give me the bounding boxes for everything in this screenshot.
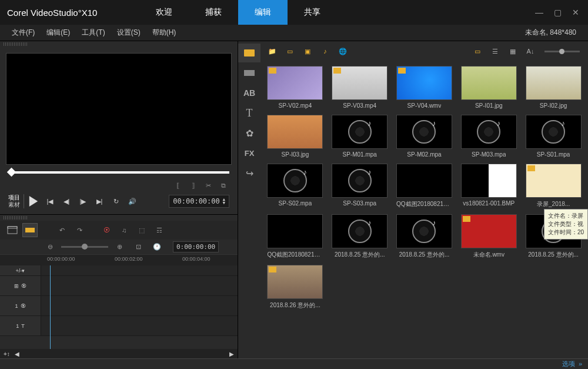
title-track[interactable] xyxy=(41,316,238,335)
drag-handle-icon[interactable] xyxy=(4,216,27,220)
redo-button[interactable]: ↷ xyxy=(72,223,87,237)
library-item[interactable]: 2018.8.26 意外的... xyxy=(265,265,325,310)
cut-icon[interactable]: ✂ xyxy=(202,180,214,191)
view-grid-icon[interactable]: ▦ xyxy=(506,45,520,58)
thumbnail[interactable] xyxy=(267,214,323,248)
chapter-button[interactable]: ⬚ xyxy=(134,223,149,237)
library-item[interactable]: QQ截图20180821114... xyxy=(395,164,455,208)
track-header-overlay[interactable]: 1⦿ xyxy=(0,296,41,315)
close-button[interactable]: ✕ xyxy=(572,8,579,17)
thumbnail[interactable] xyxy=(461,164,517,198)
timeline-view-button[interactable] xyxy=(22,223,38,237)
menu-help[interactable]: 帮助(H) xyxy=(146,28,182,38)
library-item[interactable]: SP-I03.jpg xyxy=(265,115,325,158)
library-item[interactable]: SP-V04.wmv xyxy=(395,66,455,109)
scrub-handle-icon[interactable] xyxy=(7,168,16,177)
library-item[interactable]: vs180821-001.BMP xyxy=(459,164,519,208)
filter-photo-icon[interactable]: ▣ xyxy=(300,45,315,58)
tab-welcome[interactable]: 欢迎 xyxy=(139,0,189,25)
repeat-button[interactable]: ↻ xyxy=(109,195,123,208)
library-item[interactable]: SP-S03.mpa xyxy=(330,164,390,208)
library-item[interactable]: 录屏_2018... xyxy=(523,164,583,208)
category-instant[interactable] xyxy=(238,64,260,82)
library-item[interactable]: SP-M01.mpa xyxy=(330,115,390,158)
thumbnail[interactable] xyxy=(267,265,323,299)
zoom-slider[interactable] xyxy=(61,246,108,248)
thumbnail[interactable] xyxy=(332,115,387,149)
timeline-scrollbar[interactable]: +↕ ◀ ▶ xyxy=(0,349,238,358)
view-large-icon[interactable]: ▭ xyxy=(470,45,485,58)
home-button[interactable]: |◀ xyxy=(43,195,57,208)
timecode-down-icon[interactable]: ▼ xyxy=(223,201,225,205)
library-item[interactable]: SP-V03.mp4 xyxy=(330,66,390,109)
preview-screen[interactable] xyxy=(6,53,232,165)
minimize-button[interactable]: — xyxy=(535,8,543,17)
volume-button[interactable]: 🔊 xyxy=(125,195,139,208)
library-item[interactable]: SP-I02.jpg xyxy=(523,66,583,109)
undo-button[interactable]: ↶ xyxy=(54,223,69,237)
scroll-right-icon[interactable]: ▶ xyxy=(229,351,234,357)
folder-icon[interactable]: 📁 xyxy=(265,45,279,58)
library-item[interactable]: 2018.8.25 意外的... xyxy=(330,214,390,259)
thumbnail-size-slider[interactable] xyxy=(544,51,580,52)
storyboard-view-button[interactable] xyxy=(5,223,20,237)
filter-free-icon[interactable]: 🌐 xyxy=(336,45,350,58)
track-header-toggle[interactable]: +/-▾ xyxy=(0,265,41,275)
menu-settings[interactable]: 设置(S) xyxy=(111,28,146,38)
snapshot-icon[interactable]: ⧉ xyxy=(218,180,229,191)
view-list-icon[interactable]: ☰ xyxy=(488,45,502,58)
category-path[interactable]: ↪ xyxy=(238,164,260,182)
play-button[interactable] xyxy=(26,195,41,208)
add-track-icon[interactable]: +↕ xyxy=(4,351,10,357)
thumbnail[interactable] xyxy=(526,115,582,149)
track-header-title[interactable]: 1T xyxy=(0,316,41,335)
thumbnail[interactable] xyxy=(267,115,323,149)
menu-file[interactable]: 文件(F) xyxy=(6,28,41,38)
thumbnail[interactable] xyxy=(396,66,452,100)
thumbnail[interactable] xyxy=(396,115,452,149)
overlay-track[interactable] xyxy=(41,296,238,315)
thumbnail[interactable] xyxy=(461,214,517,248)
menu-tools[interactable]: 工具(T) xyxy=(76,28,111,38)
play-mode-toggle[interactable]: 项目 素材 xyxy=(8,194,24,208)
library-item[interactable]: QQ截图20180821114... xyxy=(265,214,325,259)
thumbnail[interactable] xyxy=(526,164,582,198)
track-header-video[interactable]: ⊞⦿ xyxy=(0,276,41,295)
zoom-in-button[interactable]: ⊕ xyxy=(112,240,127,254)
thumbnail[interactable] xyxy=(332,214,387,248)
drag-handle-icon[interactable] xyxy=(4,42,27,46)
sort-icon[interactable]: A↓ xyxy=(523,45,537,58)
thumbnail[interactable] xyxy=(332,164,387,198)
next-frame-button[interactable]: |▶ xyxy=(76,195,90,208)
category-media[interactable] xyxy=(238,44,260,62)
tab-edit[interactable]: 编辑 xyxy=(238,0,288,25)
timeline-ruler[interactable]: 00:00:00:00 00:00:02:00 00:00:04:00 xyxy=(0,255,238,265)
category-transition[interactable]: AB xyxy=(238,84,260,102)
mark-out-icon[interactable]: ⟧ xyxy=(187,180,199,191)
library-item[interactable]: SP-M02.mpa xyxy=(395,115,455,158)
library-item[interactable]: 2018.8.25 意外的... xyxy=(395,214,455,259)
video-track[interactable] xyxy=(41,276,238,295)
subtitle-button[interactable]: ☶ xyxy=(152,223,167,237)
preview-timecode[interactable]: 00:00:00:00 ▲▼ xyxy=(169,195,229,208)
scroll-left-icon[interactable]: ◀ xyxy=(15,351,19,357)
library-item[interactable]: SP-I01.jpg xyxy=(459,66,519,109)
mark-in-icon[interactable]: ⟦ xyxy=(172,180,183,191)
thumbnail[interactable] xyxy=(332,66,387,100)
scrubber[interactable] xyxy=(8,168,229,177)
end-button[interactable]: ▶| xyxy=(92,195,106,208)
thumbnail[interactable] xyxy=(526,66,582,100)
thumbnail[interactable] xyxy=(396,214,452,248)
tab-capture[interactable]: 捕获 xyxy=(189,0,238,25)
library-item[interactable]: SP-S01.mpa xyxy=(523,115,583,158)
zoom-out-button[interactable]: ⊖ xyxy=(42,240,58,254)
library-item[interactable]: 未命名.wmv xyxy=(459,214,519,259)
clock-icon[interactable]: 🕐 xyxy=(149,240,165,254)
record-button[interactable]: ⦿ xyxy=(99,223,114,237)
audio-mixer-button[interactable]: ♫ xyxy=(116,223,132,237)
thumbnail[interactable] xyxy=(267,164,323,198)
thumbnail[interactable] xyxy=(461,115,517,149)
playhead-icon[interactable] xyxy=(50,265,51,349)
category-graphic[interactable]: ✿ xyxy=(238,124,260,142)
thumbnail[interactable] xyxy=(267,66,323,100)
